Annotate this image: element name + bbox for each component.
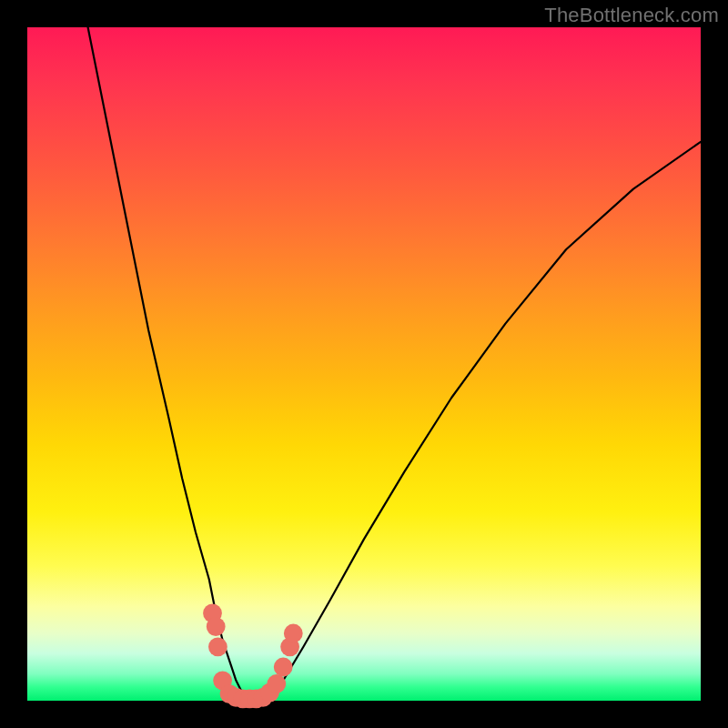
marker-point [274,658,293,677]
watermark-text: TheBottleneck.com [544,4,719,27]
chart-frame: TheBottleneck.com [0,0,728,728]
marker-point [208,637,228,656]
bottleneck-markers [203,603,303,708]
left-curve [88,27,257,701]
marker-point [207,617,226,636]
marker-point [284,624,303,643]
curve-overlay [27,27,701,701]
marker-point [267,674,286,693]
right-curve [257,142,701,701]
